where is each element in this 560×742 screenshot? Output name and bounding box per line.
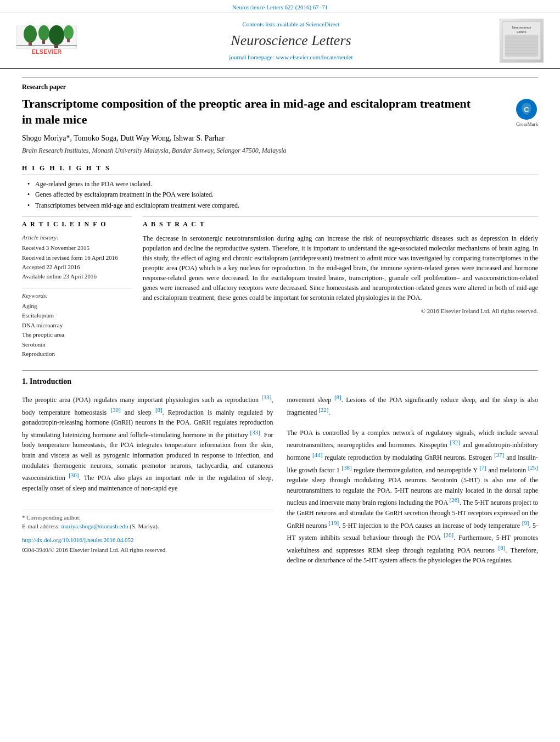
journal-ref-text: Neuroscience Letters 622 (2016) 67–71 — [232, 4, 328, 10]
affiliation: Brain Research Institutes, Monash Univer… — [22, 146, 538, 155]
highlight-item: Genes affected by escitalopram treatment… — [27, 190, 538, 199]
keyword-reproduction: Reproduction — [22, 350, 132, 358]
svg-rect-14 — [505, 35, 539, 57]
article-info-title: A R T I C L E I N F O — [22, 220, 132, 229]
elsevier-logo-svg: ELSEVIER — [14, 23, 80, 59]
copyright-line: © 2016 Elsevier Ireland Ltd. All rights … — [143, 307, 538, 315]
abstract-text: The decrease in serotonergic neurotransm… — [143, 233, 538, 303]
article-info-abstract-block: A R T I C L E I N F O Article history: R… — [22, 216, 538, 359]
keywords-section: Keywords: Aging Escitalopram DNA microar… — [22, 288, 132, 359]
history-online: Available online 23 April 2016 — [22, 272, 132, 281]
intro-right-col: movement sleep [8]. Lesions of the POA s… — [287, 393, 539, 566]
journal-reference-bar: Neuroscience Letters 622 (2016) 67–71 — [0, 0, 560, 13]
svg-rect-8 — [67, 38, 70, 42]
abstract-title: A B S T R A C T — [143, 220, 538, 229]
history-accepted: Accepted 22 April 2016 — [22, 263, 132, 271]
highlights-section-header: H I G H L I G H T S — [22, 164, 538, 175]
keyword-serotonin: Serotonin — [22, 341, 132, 349]
keyword-escitalopram: Escitalopram — [22, 311, 132, 320]
intro-right-text: movement sleep [8]. Lesions of the POA s… — [287, 393, 539, 566]
homepage-url[interactable]: www.elsevier.com/locate/neulet — [276, 54, 352, 60]
svg-text:ELSEVIER: ELSEVIER — [32, 48, 61, 55]
page: Neuroscience Letters 622 (2016) 67–71 E — [0, 0, 560, 742]
introduction-section: 1. Introduction The preoptic area (POA) … — [22, 370, 538, 566]
keyword-aging: Aging — [22, 302, 132, 310]
svg-rect-2 — [29, 41, 32, 46]
highlight-item: Transcriptomes between mid-age and escit… — [27, 201, 538, 210]
svg-text:Letters: Letters — [517, 30, 526, 34]
footnote-block: * Corresponding author. E-mail address: … — [22, 510, 273, 531]
highlight-item: Age-related genes in the POA were isolat… — [27, 180, 538, 189]
journal-homepage: journal homepage: www.elsevier.com/locat… — [82, 53, 500, 62]
intro-left-col: The preoptic area (POA) regulates many i… — [22, 393, 273, 566]
svg-text:C: C — [524, 105, 529, 114]
intro-left-text: The preoptic area (POA) regulates many i… — [22, 393, 273, 493]
abstract-col: A B S T R A C T The decrease in serotone… — [143, 216, 538, 359]
history-label: Article history: — [22, 233, 132, 242]
crossmark-label: CrossMark — [516, 121, 538, 128]
journal-title: Neuroscience Letters — [82, 31, 500, 51]
keywords-label: Keywords: — [22, 292, 132, 300]
svg-point-7 — [64, 25, 74, 40]
svg-point-1 — [24, 25, 37, 43]
keyword-preoptic: The preoptic area — [22, 331, 132, 339]
main-content: Research paper Transcriptome composition… — [0, 69, 560, 574]
introduction-heading: 1. Introduction — [22, 376, 538, 387]
thumbnail-svg: Neuroscience Letters — [502, 20, 541, 61]
svg-text:Neuroscience: Neuroscience — [512, 26, 531, 30]
journal-name-block: Contents lists available at ScienceDirec… — [82, 20, 500, 62]
svg-point-3 — [38, 25, 49, 41]
journal-header: ELSEVIER Contents lists available at Sci… — [0, 13, 560, 69]
elsevier-logo-block: ELSEVIER — [11, 23, 82, 59]
email-line: E-mail address: mariya.shoga@monash.edu … — [22, 522, 273, 531]
history-revised: Received in revised form 16 April 2016 — [22, 254, 132, 262]
crossmark-icon: C — [516, 99, 537, 120]
sciencedirect-link[interactable]: ScienceDirect — [306, 21, 340, 27]
contents-available: Contents lists available at ScienceDirec… — [82, 20, 500, 29]
svg-point-5 — [49, 25, 64, 45]
doi-link[interactable]: http://dx.doi.org/10.1016/j.neulet.2016.… — [22, 536, 273, 544]
corresponding-author-note: * Corresponding author. — [22, 514, 273, 522]
highlights-list: Age-related genes in the POA were isolat… — [27, 180, 538, 210]
authors: Shogo Moriya*, Tomoko Soga, Dutt Way Won… — [22, 133, 538, 144]
crossmark-block: C CrossMark — [516, 99, 538, 128]
doi-block: http://dx.doi.org/10.1016/j.neulet.2016.… — [22, 536, 273, 554]
article-type-label: Research paper — [22, 77, 538, 92]
article-info-col: A R T I C L E I N F O Article history: R… — [22, 216, 132, 359]
svg-rect-4 — [42, 40, 45, 44]
author-email[interactable]: mariya.shoga@monash.edu — [61, 523, 128, 529]
intro-body-columns: The preoptic area (POA) regulates many i… — [22, 393, 538, 566]
issn-line: 0304-3940/© 2016 Elsevier Ireland Ltd. A… — [22, 546, 273, 554]
history-received: Received 3 November 2015 — [22, 244, 132, 252]
article-title: Transcriptome composition of the preopti… — [22, 96, 472, 127]
keyword-dna: DNA microarray — [22, 321, 132, 330]
journal-thumbnail: Neuroscience Letters — [500, 19, 544, 63]
